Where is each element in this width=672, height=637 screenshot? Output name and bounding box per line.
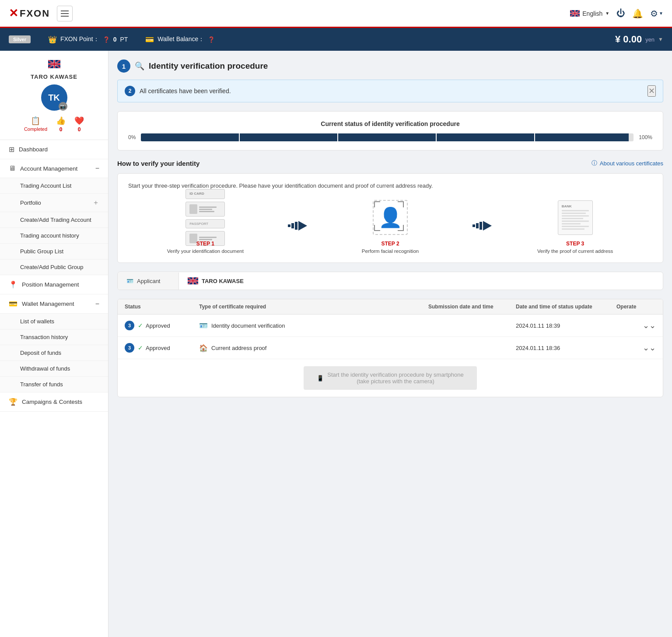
stat-completed: 📋 Completed xyxy=(24,116,47,133)
about-certificates-link[interactable]: ⓘ About various certificates xyxy=(592,159,663,167)
sidebar-item-deposit-of-funds[interactable]: Deposit of funds xyxy=(0,345,108,361)
progress-segment-4 xyxy=(437,133,535,141)
step-1-icon-area: ID CARD PASSPORT xyxy=(181,198,229,237)
verification-table: Status Type of certificate required Subm… xyxy=(117,299,663,397)
sidebar-item-wallet-management[interactable]: 💳 Wallet Management − xyxy=(0,294,108,314)
row2-cert-type: 🏠 Current address proof xyxy=(199,344,428,352)
sidebar-item-transaction-history[interactable]: Transaction history xyxy=(0,329,108,345)
steps-row: ID CARD PASSPORT xyxy=(128,198,652,254)
alert-close-button[interactable]: ✕ xyxy=(648,85,656,97)
sidebar-item-account-management[interactable]: 🖥 Account Management − xyxy=(0,159,108,178)
heart-icon: ❤️ xyxy=(74,116,84,126)
crown-icon: 👑 xyxy=(48,35,57,44)
plus-icon: ＋ xyxy=(92,198,99,207)
help-icon-2[interactable]: ❓ xyxy=(208,36,215,43)
step-1-label: STEP 1 xyxy=(196,241,214,247)
applicant-label-cell: 🪪 Applicant xyxy=(118,273,179,290)
profile-flag-icon xyxy=(48,60,60,71)
row2-update-date: 2024.01.11 18:36 xyxy=(516,345,616,351)
settings-button[interactable]: ⚙ ▼ xyxy=(650,8,663,19)
smartphone-verify-button[interactable]: 📱 Start the identity verification proced… xyxy=(304,366,476,390)
how-to-title: How to verify your identity xyxy=(117,160,200,167)
progress-segment-2 xyxy=(240,133,338,141)
svg-rect-2 xyxy=(288,224,290,227)
col-update-date: Date and time of status update xyxy=(516,304,616,310)
svg-rect-4 xyxy=(295,222,298,230)
page-step-badge: 1 xyxy=(117,60,130,73)
svg-rect-5 xyxy=(472,224,475,227)
stat-likes: 👍 0 xyxy=(56,116,66,133)
applicant-flag-icon xyxy=(188,277,198,284)
power-button[interactable]: ⏻ xyxy=(616,8,625,18)
row1-update-date: 2024.01.11 18:39 xyxy=(516,322,616,329)
table-row: 3 ✓ Approved 🏠 Current address proof 202… xyxy=(118,337,663,359)
nav-right: English ▼ ⏻ 🔔 ⚙ ▼ xyxy=(570,8,663,19)
sidebar-item-transfer-of-funds[interactable]: Transfer of funds xyxy=(0,377,108,392)
sidebar-item-create-public-group[interactable]: Create/Add Public Group xyxy=(0,259,108,275)
sidebar-item-public-group-list[interactable]: Public Group List xyxy=(0,244,108,259)
dashboard-icon: ⊞ xyxy=(9,145,14,154)
progress-segment-1 xyxy=(141,133,239,141)
nav-left: ✕ FXON xyxy=(9,6,73,21)
step-2-desc: Perform facial recognition xyxy=(362,248,419,254)
svg-rect-3 xyxy=(291,223,294,228)
status-card-title: Current status of identity verification … xyxy=(128,120,652,127)
language-selector[interactable]: English ▼ xyxy=(570,10,609,17)
arrow-1 xyxy=(287,219,309,232)
trophy-icon: 🏆 xyxy=(9,398,18,406)
address-doc-icon: 🏠 xyxy=(199,344,208,352)
id-card-illustration: ID CARD PASSPORT xyxy=(186,189,225,246)
status-card: Current status of identity verification … xyxy=(117,111,663,150)
sidebar-item-withdrawal-of-funds[interactable]: Withdrawal of funds xyxy=(0,361,108,377)
col-cert-type: Type of certificate required xyxy=(199,304,428,310)
row2-expand-button[interactable]: ⌄⌄ xyxy=(643,343,656,353)
content-area: 1 🔍 Identity verification procedure 2 Al… xyxy=(108,51,672,637)
progress-end-label: 100% xyxy=(639,134,652,140)
arrow-2 xyxy=(472,219,494,232)
row2-step-badge: 3 xyxy=(125,343,134,353)
search-icon: 🔍 xyxy=(135,61,144,71)
sidebar-item-trading-account-list[interactable]: Trading Account List xyxy=(0,178,108,194)
wallet-management-submenu: List of wallets Transaction history Depo… xyxy=(0,314,108,392)
tier-badge: Silver xyxy=(9,35,31,43)
row1-expand-button[interactable]: ⌄⌄ xyxy=(643,321,656,330)
progress-start-label: 0% xyxy=(128,134,136,140)
help-icon[interactable]: ❓ xyxy=(103,36,110,43)
notification-button[interactable]: 🔔 xyxy=(632,8,643,19)
how-to-header: How to verify your identity ⓘ About vari… xyxy=(117,159,663,167)
step-2-block: 👤 STEP 2 Perform facial recognition xyxy=(313,198,468,254)
id-card-icon: 🪪 xyxy=(126,278,133,284)
sidebar-menu: ⊞ Dashboard 🖥 Account Management − Tradi… xyxy=(0,140,108,412)
thumbs-up-icon: 👍 xyxy=(56,116,66,126)
profile-section: TARO KAWASE TK 📷 📋 Completed 👍 0 ❤️ 0 xyxy=(0,51,108,140)
svg-rect-6 xyxy=(476,223,479,228)
sidebar-item-list-of-wallets[interactable]: List of wallets xyxy=(0,314,108,329)
stat-hearts: ❤️ 0 xyxy=(74,116,84,133)
wallet-balance-display: 💳 Wallet Balance： ❓ xyxy=(145,35,215,44)
sidebar-item-create-trading-account[interactable]: Create/Add Trading Account xyxy=(0,212,108,228)
col-submission-date: Submission date and time xyxy=(428,304,516,310)
step-2-icon-area: 👤 xyxy=(366,198,414,237)
page-header: 1 🔍 Identity verification procedure xyxy=(117,60,663,73)
steps-card: Start your three-step verification proce… xyxy=(117,173,663,263)
alert-box: 2 All certificates have been verified. ✕ xyxy=(117,80,663,102)
hamburger-button[interactable] xyxy=(57,6,73,21)
circle-arrow-icon: ⓘ xyxy=(592,159,597,167)
row1-cert-type: 🪪 Identity document verification xyxy=(199,322,428,330)
top-nav: ✕ FXON English ▼ ⏻ 🔔 ⚙ ▼ xyxy=(0,0,672,28)
sidebar-item-dashboard[interactable]: ⊞ Dashboard xyxy=(0,140,108,159)
sidebar-item-campaigns-contests[interactable]: 🏆 Campaigns & Contests xyxy=(0,392,108,412)
col-status: Status xyxy=(125,304,199,310)
account-management-submenu: Trading Account List Portfolio ＋ Create/… xyxy=(0,178,108,275)
progress-segment-5 xyxy=(535,133,629,141)
steps-intro: Start your three-step verification proce… xyxy=(128,182,652,189)
sidebar-item-portfolio[interactable]: Portfolio ＋ xyxy=(0,194,108,212)
sidebar-item-position-management[interactable]: 📍 Position Management xyxy=(0,275,108,294)
table-row: 3 ✓ Approved 🪪 Identity document verific… xyxy=(118,315,663,337)
profile-stats: 📋 Completed 👍 0 ❤️ 0 xyxy=(24,116,84,133)
camera-icon[interactable]: 📷 xyxy=(59,102,67,111)
sidebar-item-trading-account-history[interactable]: Trading account history xyxy=(0,228,108,244)
sub-nav: Silver 👑 FXON Point： ❓ 0 PT 💳 Wallet Bal… xyxy=(0,28,672,51)
fxon-point-display: 👑 FXON Point： ❓ 0 PT xyxy=(48,35,128,44)
forward-arrow-icon xyxy=(287,219,309,232)
